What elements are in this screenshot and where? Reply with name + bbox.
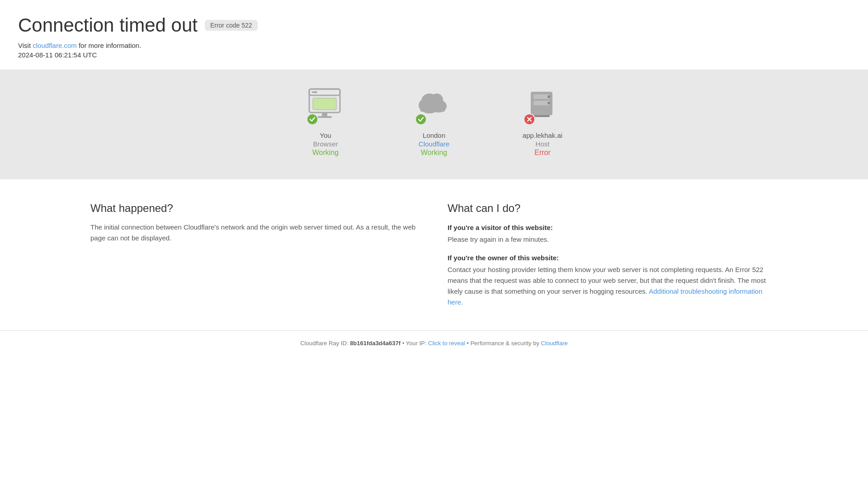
visit-suffix: for more information. [77, 42, 142, 49]
svg-rect-4 [313, 98, 336, 110]
svg-rect-13 [533, 94, 550, 99]
server-icon-container [524, 88, 561, 124]
header: Connection timed out Error code 522 Visi… [0, 0, 868, 70]
server-status-badge [524, 113, 535, 125]
host-node-name: app.lekhak.ai [523, 131, 562, 139]
ip-label: Your IP: [406, 340, 427, 347]
checkmark-icon-cloud [418, 116, 424, 122]
perf-label: Performance & security by [470, 340, 539, 347]
svg-point-10 [430, 94, 443, 106]
browser-icon-container [307, 88, 344, 124]
svg-point-15 [547, 95, 550, 98]
ray-id-label: Cloudflare Ray ID: [300, 340, 348, 347]
svg-rect-11 [420, 104, 445, 112]
visit-prefix: Visit [18, 42, 33, 49]
visitor-label: If you're a visitor of this website: [448, 224, 778, 231]
what-happened-title: What happened? [90, 202, 420, 215]
status-item-browser: You Browser Working [271, 88, 380, 157]
cloud-icon-container [416, 88, 452, 124]
browser-status-badge [307, 113, 318, 125]
status-item-cloudflare: London Cloudflare Working [380, 88, 488, 157]
footer: Cloudflare Ray ID: 8b161fda3d4a637f • Yo… [0, 330, 868, 356]
browser-node-name: You [320, 131, 331, 139]
what-happened-body: The initial connection between Cloudflar… [90, 222, 420, 244]
svg-rect-2 [312, 91, 317, 93]
ray-id-value: 8b161fda3d4a637f [350, 340, 401, 347]
svg-point-16 [547, 102, 550, 104]
visit-line: Visit cloudflare.com for more informatio… [18, 42, 850, 49]
browser-status-text: Working [312, 149, 339, 157]
cloud-status-badge [415, 113, 427, 125]
error-badge: Error code 522 [205, 20, 258, 31]
svg-rect-6 [317, 116, 332, 118]
cloudflare-footer-link[interactable]: Cloudflare [541, 340, 568, 347]
cloudflare-provider-link[interactable]: Cloudflare [419, 140, 449, 148]
visitor-text: Please try again in a few minutes. [448, 234, 778, 245]
content-section: What happened? The initial connection be… [0, 179, 868, 330]
page-title: Connection timed out [18, 14, 198, 36]
what-can-i-do-title: What can I do? [448, 202, 778, 215]
cloudflare-link[interactable]: cloudflare.com [33, 42, 77, 49]
arrow-down-indicator [425, 171, 443, 180]
owner-label: If you're the owner of this website: [448, 254, 778, 262]
svg-rect-5 [322, 113, 327, 116]
owner-text: Contact your hosting provider letting th… [448, 264, 778, 308]
browser-provider-label: Browser [313, 140, 338, 148]
cloud-status-text: Working [421, 149, 447, 157]
cloud-node-name: London [423, 131, 445, 139]
what-happened-section: What happened? The initial connection be… [90, 202, 420, 308]
x-icon [526, 116, 533, 122]
status-section: You Browser Working London Cloudflare Wo… [0, 70, 868, 179]
host-provider-label: Host [536, 140, 550, 148]
svg-rect-17 [533, 115, 550, 117]
status-item-host: app.lekhak.ai Host Error [488, 88, 597, 157]
host-status-text: Error [534, 149, 551, 157]
reveal-ip-link[interactable]: Click to reveal [428, 340, 465, 347]
checkmark-icon [309, 116, 316, 122]
timestamp: 2024-08-11 06:21:54 UTC [18, 51, 850, 59]
svg-rect-14 [533, 101, 550, 105]
what-can-i-do-section: What can I do? If you're a visitor of th… [448, 202, 778, 308]
